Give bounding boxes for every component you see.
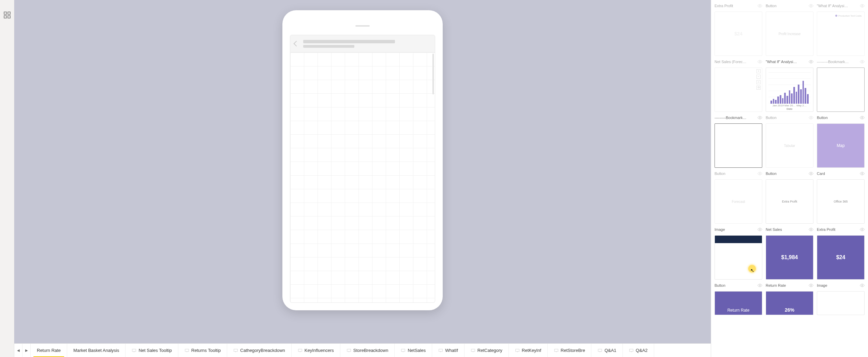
svg-point-11 [810,117,812,118]
visual-title: Extra Profit [817,227,835,232]
visual-tile-card-office365[interactable]: Office 365 [817,179,865,224]
tab-returns-tooltip[interactable]: Returns Tooltip [178,344,227,357]
page-tabs: ◀ ▶ Return RateMarket Basket AnalysisNet… [14,343,711,357]
visual-tile-extraprofit-value[interactable]: $24 [817,235,865,280]
visibility-icon[interactable] [860,171,865,176]
tab-whatif[interactable]: WhatIf [432,344,465,357]
tile-label: Return Rate [727,308,750,313]
visibility-icon[interactable] [757,115,762,120]
visibility-icon[interactable] [757,171,762,176]
visual-tile-returnrate-value[interactable]: 26% [766,291,813,315]
back-icon[interactable] [294,41,299,47]
tooltip-icon [471,348,475,353]
visual-title: Net Sales (Forec… [715,60,747,64]
tab-label: Net Sales Tooltip [138,348,172,353]
tooltip-icon [233,348,238,353]
tab-label: Returns Tooltip [191,348,221,353]
tab-market-basket-analysis[interactable]: Market Basket Analysis [67,344,126,357]
tab-q-a1[interactable]: Q&A1 [591,344,623,357]
visual-tile-button-map[interactable]: Map [817,123,865,168]
tab-return-rate[interactable]: Return Rate [31,344,67,357]
visual-tile-button[interactable]: Profit Increase [766,12,813,56]
visual-tile-netsales-forecast[interactable]: +−⌂⊙ [715,68,762,112]
visual-tile-bookmark[interactable] [817,68,865,112]
tab-nav-next[interactable]: ▶ [23,344,31,357]
map-zoom-controls[interactable]: +−⌂⊙ [756,69,761,90]
visibility-icon[interactable] [860,283,865,288]
svg-point-5 [810,5,812,6]
tooltip-icon [554,348,559,353]
tab-netsales[interactable]: NetSales [395,344,432,357]
visibility-icon[interactable] [860,3,865,8]
bar-chart: Jan 2019 Mar 20… May 2… Date [768,72,811,107]
svg-point-9 [862,61,863,62]
visual-header: ---------Bookmark… [817,59,865,65]
visual-tile-button-returnrate[interactable]: Return Rate [715,291,762,315]
tab-keyinfluencers[interactable]: KeyInfluencers [292,344,340,357]
tooltip-icon [185,348,189,353]
visibility-icon[interactable] [757,227,762,232]
svg-rect-3 [8,16,10,18]
visual-header: Return Rate [766,282,813,288]
tab-label: StoreBreackdown [353,348,388,353]
tab-label: RetCategory [477,348,502,353]
visibility-icon[interactable] [860,227,865,232]
svg-point-16 [759,229,761,230]
visibility-icon[interactable] [809,283,813,288]
phone-layout-grid[interactable] [290,53,435,303]
visibility-icon[interactable] [809,59,813,64]
visual-header: Image [715,226,762,233]
svg-point-20 [810,285,812,286]
tab-retstorebre[interactable]: RetStoreBre [548,344,592,357]
layout-icon[interactable] [3,11,11,19]
visuals-panel[interactable]: Extra Profit Button "What If" Analysi… $… [711,0,868,357]
visual-tile-button-extraprofit[interactable]: Extra Profit [766,179,813,224]
tab-nav-prev[interactable]: ◀ [14,344,23,357]
tooltip-icon [629,348,634,353]
visibility-icon[interactable] [809,171,813,176]
visual-header: Card [817,170,865,177]
visual-tile-button-forecast[interactable]: Forecast [715,179,762,224]
visibility-icon[interactable] [809,115,813,120]
svg-rect-33 [630,349,633,351]
visual-header: Button [817,115,865,121]
visibility-icon[interactable] [809,3,813,8]
tile-label: Extra Profit [782,200,797,203]
visibility-icon[interactable] [757,59,762,64]
tab-label: Market Basket Analysis [73,348,119,353]
tab-storebreackdown[interactable]: StoreBreackdown [340,344,395,357]
visual-tile-bookmark[interactable] [715,123,762,168]
image-header-bar [715,236,762,243]
tab-q-a2[interactable]: Q&A2 [623,344,654,357]
tab-net-sales-tooltip[interactable]: Net Sales Tooltip [126,344,178,357]
visual-tile-whatif-chart[interactable]: Jan 2019 Mar 20… May 2… Date [766,68,813,112]
visual-tile-whatif-analysis[interactable]: Production Text Costs [817,12,865,56]
svg-rect-2 [4,16,6,18]
tab-label: Return Rate [37,348,61,353]
cursor-icon: ↖ [750,268,754,273]
svg-point-12 [862,117,863,118]
svg-point-4 [759,5,761,6]
visibility-icon[interactable] [757,3,762,8]
visibility-icon[interactable] [860,59,865,64]
visual-tile-extra-profit[interactable]: $24 [715,12,762,56]
tab-cathegorybreackdown[interactable]: CathegoryBreackdown [227,344,292,357]
visual-header: Net Sales (Forec… [715,59,762,65]
svg-rect-31 [555,349,558,351]
tab-retcategory[interactable]: RetCategory [465,344,509,357]
visual-tile-image[interactable]: ↖ [715,235,762,280]
visual-tile-button-tabular[interactable]: Tabular [766,123,813,168]
visual-tile-netsales[interactable]: $1,984 [766,235,813,280]
visual-title: Button [766,172,777,176]
visual-tile-image-2[interactable] [817,291,865,315]
tab-label: WhatIf [445,348,458,353]
tab-label: RetKeyInf [522,348,541,353]
visibility-icon[interactable] [809,227,813,232]
tab-label: Q&A2 [636,348,648,353]
tab-retkeyinf[interactable]: RetKeyInf [509,344,548,357]
visibility-icon[interactable] [860,115,865,120]
chart-xticks: Jan 2019 Mar 20… May 2… [768,104,811,107]
scrollbar[interactable] [432,54,434,94]
visibility-icon[interactable] [757,283,762,288]
visual-title: Card [817,172,825,176]
